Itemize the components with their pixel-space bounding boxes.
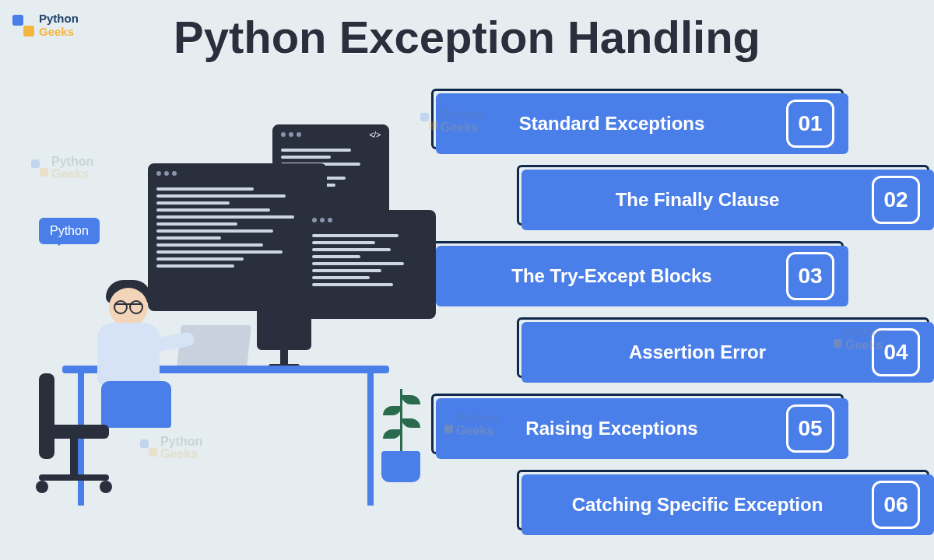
brand-line1: Python [39,12,79,26]
topic-item: The Try-Except Blocks 03 [436,246,934,316]
speech-bubble: Python [39,218,100,244]
brand-line2: Geeks [39,26,79,39]
code-window-icon [304,210,436,319]
topic-number: 03 [786,252,834,300]
topic-item: Raising Exceptions 05 [436,398,934,468]
topic-number: 02 [872,176,920,224]
topic-label: The Try-Except Blocks [450,265,774,287]
brand-logo: Python Geeks [12,12,79,38]
topic-number: 01 [786,100,834,148]
topic-list: Standard Exceptions 01 The Finally Claus… [436,93,934,551]
watermark: PythonGeeks [140,436,202,460]
brand-icon [12,15,34,37]
topic-label: Standard Exceptions [450,113,774,135]
watermark: PythonGeeks [825,327,887,352]
topic-box: The Try-Except Blocks 03 [436,246,848,306]
monitor-icon [257,280,311,350]
topic-box: Catching Specific Exception 06 [521,474,934,535]
illustration: </> Python [16,124,451,529]
watermark: PythonGeeks [420,109,483,134]
topic-item: Standard Exceptions 01 [436,93,934,163]
topic-label: Catching Specific Exception [535,494,859,516]
topic-label: Assertion Error [535,341,859,363]
watermark: PythonGeeks [436,412,498,437]
page-title: Python Exception Handling [174,11,760,63]
topic-label: The Finally Clause [535,189,859,211]
watermark: PythonGeeks [31,156,93,180]
chair-icon [31,373,117,498]
topic-number: 06 [872,481,920,529]
topic-item: Catching Specific Exception 06 [436,474,934,544]
topic-box: The Finally Clause 02 [521,170,934,230]
topic-item: The Finally Clause 02 [436,170,934,240]
plant-icon [381,451,420,482]
brand-text: Python Geeks [39,12,79,38]
topic-box: Standard Exceptions 01 [436,93,848,154]
topic-label: Raising Exceptions [450,418,774,439]
topic-number: 05 [786,404,834,453]
